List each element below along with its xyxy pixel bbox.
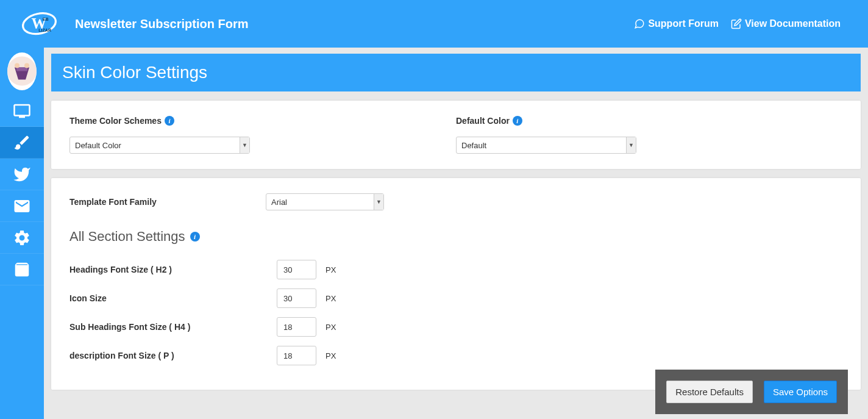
default-color-col: Default Color i Default ▼	[456, 116, 842, 154]
h2-size-row: Headings Font Size ( H2 ) PX	[69, 260, 842, 279]
sidebar-item-social[interactable]	[0, 159, 44, 190]
twitter-icon	[13, 165, 31, 184]
support-forum-link[interactable]: Support Forum	[634, 18, 719, 29]
sidebar	[0, 48, 44, 419]
page-title: Skin Color Settings	[51, 54, 861, 91]
sidebar-item-settings[interactable]	[0, 222, 44, 254]
sidebar-avatar[interactable]	[7, 52, 37, 90]
theme-color-select[interactable]: Default Color ▼	[69, 137, 250, 154]
default-color-label-text: Default Color	[456, 116, 510, 126]
px-label: PX	[326, 294, 336, 303]
h2-size-input[interactable]	[277, 260, 316, 279]
brush-icon	[13, 134, 31, 152]
logo: W EB LIZAR	[9, 9, 69, 39]
theme-color-label-text: Theme Color Schemes	[69, 116, 162, 126]
theme-color-col: Theme Color Schemes i Default Color ▼	[69, 116, 456, 154]
svg-rect-5	[16, 68, 27, 71]
theme-color-label: Theme Color Schemes i	[69, 116, 456, 126]
svg-point-7	[24, 63, 29, 68]
px-label: PX	[326, 265, 336, 274]
monitor-icon	[13, 102, 31, 120]
weblizar-logo-icon: W EB LIZAR	[20, 9, 59, 39]
sidebar-item-skin[interactable]	[0, 127, 44, 159]
envelope-icon	[13, 197, 31, 215]
header-links: Support Forum View Documentation	[634, 18, 859, 29]
avatar-icon	[7, 52, 37, 90]
all-section-heading: All Section Settings i	[69, 229, 842, 245]
h4-size-input[interactable]	[277, 317, 316, 337]
theme-color-value: Default Color	[75, 141, 121, 150]
color-settings-panel: Theme Color Schemes i Default Color ▼ De…	[51, 101, 861, 169]
color-settings-row: Theme Color Schemes i Default Color ▼ De…	[69, 116, 842, 154]
p-size-label: description Font Size ( P )	[69, 351, 277, 360]
view-documentation-label: View Documentation	[745, 18, 841, 29]
template-font-value: Arial	[271, 198, 287, 207]
edit-icon	[731, 18, 742, 29]
px-label: PX	[326, 323, 336, 332]
footer-action-bar: Restore Defaults Save Options	[655, 370, 848, 414]
icon-size-row: Icon Size PX	[69, 288, 842, 308]
save-options-button[interactable]: Save Options	[764, 381, 837, 403]
info-icon[interactable]: i	[513, 116, 522, 126]
main-container: Skin Color Settings Theme Color Schemes …	[0, 48, 868, 419]
chevron-down-icon: ▼	[240, 137, 249, 153]
sidebar-item-email[interactable]	[0, 190, 44, 222]
info-icon[interactable]: i	[190, 232, 200, 242]
h4-size-row: Sub Headings Font Size ( H4 ) PX	[69, 317, 842, 337]
icon-size-input[interactable]	[277, 288, 316, 308]
px-label: PX	[326, 351, 336, 360]
p-size-row: description Font Size ( P ) PX	[69, 346, 842, 365]
all-section-heading-text: All Section Settings	[69, 229, 185, 245]
gear-icon	[13, 229, 31, 247]
svg-text:EB: EB	[42, 17, 48, 22]
sidebar-item-archive[interactable]	[0, 254, 44, 285]
svg-text:LIZAR: LIZAR	[38, 28, 51, 33]
p-size-input[interactable]	[277, 346, 316, 365]
support-forum-label: Support Forum	[648, 18, 719, 29]
content-area: Skin Color Settings Theme Color Schemes …	[44, 48, 868, 419]
view-documentation-link[interactable]: View Documentation	[731, 18, 841, 29]
template-font-label: Template Font Family	[69, 197, 266, 207]
font-settings-panel: Template Font Family Arial ▼ All Section…	[51, 178, 861, 390]
icon-size-label: Icon Size	[69, 293, 277, 303]
restore-defaults-button[interactable]: Restore Defaults	[666, 381, 753, 403]
header-title: Newsletter Subscription Form	[75, 17, 249, 31]
default-color-select[interactable]: Default ▼	[456, 137, 636, 154]
template-font-select[interactable]: Arial ▼	[266, 193, 384, 210]
sidebar-item-display[interactable]	[0, 95, 44, 127]
default-color-label: Default Color i	[456, 116, 842, 126]
template-font-row: Template Font Family Arial ▼	[69, 193, 842, 210]
info-icon[interactable]: i	[165, 116, 174, 126]
archive-icon	[13, 260, 31, 279]
svg-point-6	[15, 63, 20, 68]
chevron-down-icon: ▼	[374, 194, 383, 210]
comment-icon	[634, 18, 645, 29]
header-bar: W EB LIZAR Newsletter Subscription Form …	[0, 0, 868, 48]
h4-size-label: Sub Headings Font Size ( H4 )	[69, 322, 277, 332]
chevron-down-icon: ▼	[626, 137, 636, 153]
default-color-value: Default	[461, 141, 486, 150]
h2-size-label: Headings Font Size ( H2 )	[69, 265, 277, 274]
